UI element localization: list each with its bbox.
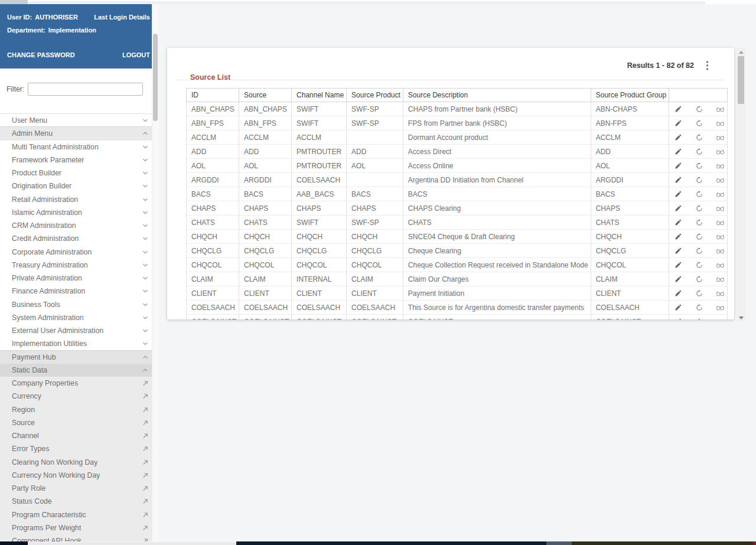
history-icon[interactable] [695, 317, 704, 319]
edit-icon[interactable] [674, 246, 683, 255]
column-header-channel-name: Channel Name [292, 89, 347, 102]
sidebar-item-system-administration[interactable]: System Administration [0, 311, 158, 324]
history-icon[interactable] [695, 289, 704, 298]
history-icon[interactable] [695, 218, 704, 227]
sidebar-item-corporate-administration[interactable]: Corporate Administration [0, 246, 158, 259]
cell-channel-name: SWIFT [292, 116, 347, 130]
view-icon[interactable] [716, 133, 725, 142]
history-icon[interactable] [695, 303, 704, 312]
table-body: ABN_CHAPSABN_CHAPSSWIFTSWF-SPCHAPS from … [187, 102, 728, 320]
sidebar-item-business-tools[interactable]: Business Tools [0, 298, 158, 311]
view-icon[interactable] [716, 161, 725, 170]
cell-actions [669, 145, 728, 159]
logout-button[interactable]: LOGOUT [122, 52, 150, 58]
source-list-card: Source List Results 1 - 82 of 82 IDSourc… [167, 48, 734, 319]
history-icon[interactable] [695, 161, 704, 170]
view-icon[interactable] [716, 218, 725, 227]
edit-icon[interactable] [674, 317, 683, 319]
main-scrollbar-thumb[interactable] [738, 56, 744, 104]
sidebar-item-islamic-administration[interactable]: Islamic Administration [0, 206, 158, 219]
history-icon[interactable] [695, 133, 704, 142]
history-icon[interactable] [695, 175, 704, 184]
sidebar-item-crm-administration[interactable]: CRM Administration [0, 219, 158, 232]
edit-icon[interactable] [674, 105, 683, 113]
sidebar-item-label: Implementation Utilities [12, 340, 87, 348]
sidebar-item-programs-per-weight[interactable]: Programs Per Weight [0, 521, 158, 534]
edit-icon[interactable] [674, 260, 683, 269]
sidebar-item-payment-hub[interactable]: Payment Hub [0, 351, 158, 364]
edit-icon[interactable] [674, 218, 683, 227]
sidebar: User ID:AUTHORISER Last Login Details De… [0, 4, 158, 545]
sidebar-item-party-role[interactable]: Party Role [0, 482, 158, 495]
sidebar-item-admin-menu[interactable]: Admin Menu [0, 127, 158, 140]
sidebar-item-credit-administration[interactable]: Credit Administration [0, 232, 158, 245]
scroll-down-arrow[interactable] [737, 314, 745, 322]
sidebar-item-source[interactable]: Source [0, 416, 158, 429]
bottom-bar-segment [572, 541, 753, 545]
edit-icon[interactable] [674, 275, 683, 283]
sidebar-item-currency[interactable]: Currency [0, 390, 158, 403]
sidebar-item-product-builder[interactable]: Product Builder [0, 167, 158, 180]
edit-icon[interactable] [674, 175, 683, 184]
view-icon[interactable] [716, 190, 725, 198]
sidebar-item-implementation-utilities[interactable]: Implementation Utilities [0, 337, 158, 350]
view-icon[interactable] [716, 232, 725, 241]
edit-icon[interactable] [674, 133, 683, 142]
view-icon[interactable] [716, 303, 725, 312]
sidebar-item-origination-builder[interactable]: Origination Builder [0, 180, 158, 192]
history-icon[interactable] [695, 119, 704, 128]
edit-icon[interactable] [674, 190, 683, 198]
sidebar-item-status-code[interactable]: Status Code [0, 495, 158, 508]
filter-input[interactable] [28, 83, 143, 96]
sidebar-item-user-menu[interactable]: User Menu [0, 114, 158, 127]
edit-icon[interactable] [674, 147, 683, 156]
history-icon[interactable] [695, 204, 704, 213]
sidebar-item-private-administration[interactable]: Private Administration [0, 272, 158, 285]
sidebar-item-clearing-non-working-day[interactable]: Clearing Non Working Day [0, 456, 158, 469]
sidebar-item-error-types[interactable]: Error Types [0, 442, 158, 455]
view-icon[interactable] [716, 246, 725, 255]
sidebar-item-multi-tenant-administration[interactable]: Multi Tenant Administration [0, 141, 158, 154]
sidebar-item-channel[interactable]: Channel [0, 429, 158, 442]
edit-icon[interactable] [674, 303, 683, 312]
view-icon[interactable] [716, 260, 725, 269]
sidebar-item-program-characteristic[interactable]: Program Characteristic [0, 508, 158, 521]
history-icon[interactable] [695, 190, 704, 198]
view-icon[interactable] [716, 275, 725, 283]
view-icon[interactable] [716, 119, 725, 128]
view-icon[interactable] [716, 289, 725, 298]
open-in-new-icon [141, 458, 149, 466]
change-password-button[interactable]: CHANGE PASSWORD [7, 52, 75, 58]
view-icon[interactable] [716, 105, 725, 113]
sidebar-item-static-data[interactable]: Static Data [0, 364, 158, 377]
edit-icon[interactable] [674, 204, 683, 213]
sidebar-item-finance-administration[interactable]: Finance Administration [0, 285, 158, 298]
kebab-menu-icon[interactable] [705, 61, 709, 70]
sidebar-item-currency-non-working-day[interactable]: Currency Non Working Day [0, 469, 158, 482]
sidebar-item-company-properties[interactable]: Company Properties [0, 377, 158, 390]
edit-icon[interactable] [674, 289, 683, 298]
sidebar-item-external-user-administration[interactable]: External User Administration [0, 324, 158, 337]
edit-icon[interactable] [674, 119, 683, 128]
view-icon[interactable] [716, 175, 725, 184]
view-icon[interactable] [716, 204, 725, 213]
history-icon[interactable] [695, 147, 704, 156]
last-login-details-link[interactable]: Last Login Details [94, 14, 150, 21]
history-icon[interactable] [695, 232, 704, 241]
history-icon[interactable] [695, 246, 704, 255]
sidebar-item-region[interactable]: Region [0, 403, 158, 416]
sidebar-item-treasury-administration[interactable]: Treasury Administration [0, 259, 158, 272]
main-scrollbar[interactable] [737, 48, 745, 322]
edit-icon[interactable] [674, 161, 683, 170]
history-icon[interactable] [695, 260, 704, 269]
sidebar-scrollbar[interactable] [152, 4, 158, 545]
history-icon[interactable] [695, 105, 704, 113]
scroll-up-arrow[interactable] [737, 48, 745, 56]
sidebar-scrollbar-thumb[interactable] [153, 34, 158, 121]
view-icon[interactable] [716, 147, 725, 156]
edit-icon[interactable] [674, 232, 683, 241]
view-icon[interactable] [716, 317, 725, 319]
sidebar-item-retail-administration[interactable]: Retail Administration [0, 193, 158, 206]
history-icon[interactable] [695, 275, 704, 283]
sidebar-item-framework-parameter[interactable]: Framework Parameter [0, 154, 158, 167]
